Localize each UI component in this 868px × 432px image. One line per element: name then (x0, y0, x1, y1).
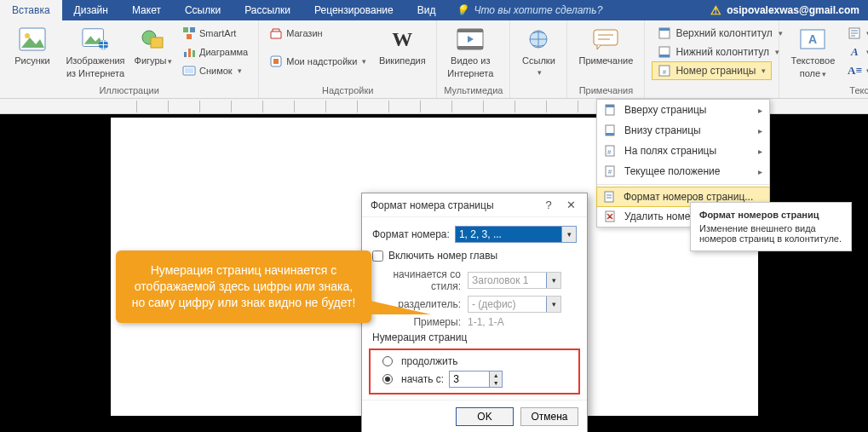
chart-icon (182, 45, 196, 59)
quick-parts-button[interactable]: ▾ (844, 24, 868, 43)
tab-review[interactable]: Рецензирование (302, 0, 405, 20)
chevron-right-icon: ▸ (758, 167, 762, 176)
header-button[interactable]: Верхний колонтитул▾ (652, 24, 772, 43)
include-chapter-label: Включить номер главы (388, 250, 497, 262)
group-label: Иллюстрации (7, 84, 251, 96)
spin-up[interactable]: ▲ (490, 372, 502, 379)
dropcap-icon: A≡ (848, 64, 861, 78)
chevron-down-icon: ▾ (362, 57, 366, 66)
picture-icon (19, 26, 46, 53)
chevron-down-icon: ▾ (822, 70, 826, 78)
video-icon (457, 26, 484, 53)
continue-label: продолжить (401, 355, 457, 367)
remove-icon (602, 209, 618, 224)
tab-insert[interactable]: Вставка (0, 0, 62, 20)
addins-icon (269, 55, 283, 68)
warning-icon: ⚠ (710, 3, 721, 17)
svg-rect-5 (151, 37, 163, 48)
group-label: Текст (786, 84, 868, 96)
menu-current-position[interactable]: # Текущее положение▸ (597, 161, 769, 181)
links-button[interactable]: Ссылки ▾ (517, 24, 560, 84)
my-addins-button[interactable]: Мои надстройки▾ (266, 43, 370, 80)
start-at-spinner[interactable]: ▲▼ (449, 371, 503, 388)
menu-top-of-page[interactable]: Вверху страницы▸ (597, 100, 769, 120)
online-pictures-button[interactable]: Изображения из Интернета (63, 24, 128, 84)
annotation-callout: Нумерация страниц начинается с отображае… (116, 251, 371, 323)
tell-me-search[interactable]: 💡 Что вы хотите сделать? (447, 0, 611, 20)
svg-rect-36 (606, 133, 614, 135)
current-position-icon: # (602, 164, 618, 179)
page-top-icon (602, 102, 618, 118)
svg-rect-41 (605, 192, 613, 202)
svg-rect-22 (659, 28, 670, 31)
tab-references[interactable]: Ссылки (173, 0, 233, 20)
group-label (517, 84, 560, 96)
wikipedia-button[interactable]: W Википедия (375, 24, 429, 84)
online-video-button[interactable]: Видео из Интернета (444, 24, 497, 84)
chevron-down-icon: ▾ (775, 48, 779, 56)
header-icon (658, 26, 671, 40)
group-label: Примечания (574, 84, 637, 96)
menu-bottom-of-page[interactable]: Внизу страницы▸ (597, 120, 769, 141)
separator-combo: - (дефис)▾ (468, 296, 561, 313)
svg-rect-7 (190, 27, 195, 32)
radio-start-at[interactable] (382, 374, 393, 384)
smartart-icon (182, 26, 196, 40)
chevron-down-icon: ▾ (168, 57, 172, 66)
screenshot-button[interactable]: Снимок▾ (179, 61, 251, 80)
tooltip-title: Формат номеров страниц (699, 210, 842, 220)
store-button[interactable]: Магазин (266, 24, 370, 43)
close-button[interactable]: ✕ (560, 199, 582, 211)
chevron-right-icon: ▸ (758, 106, 762, 115)
tooltip-format-page-numbers: Формат номеров страниц Изменение внешнег… (690, 202, 852, 251)
pictures-button[interactable]: Рисунки (7, 24, 58, 84)
spin-down[interactable]: ▼ (490, 379, 502, 387)
svg-rect-24 (659, 55, 670, 57)
footer-button[interactable]: Нижний колонтитул▾ (652, 43, 772, 61)
group-label: Мультимедиа (444, 84, 503, 96)
tab-design[interactable]: Дизайн (62, 0, 120, 20)
examples-value: 1-1, 1-A (468, 316, 504, 328)
chevron-down-icon: ▾ (762, 66, 766, 75)
numbering-section-title: Нумерация страниц (372, 331, 577, 343)
svg-rect-20 (594, 30, 618, 45)
help-button[interactable]: ? (537, 199, 560, 211)
group-label (652, 84, 772, 96)
group-illustrations: Рисунки Изображения из Интернета Фигуры▾ (0, 20, 259, 98)
dropcap-button[interactable]: A≡▾ (844, 61, 868, 80)
svg-rect-15 (273, 59, 279, 64)
dialog-title: Формат номера страницы (371, 199, 537, 211)
textbox-button[interactable]: A Текстовое поле▾ (786, 24, 839, 84)
wordart-button[interactable]: A▾ (844, 43, 868, 61)
textbox-icon: A (799, 26, 826, 53)
radio-continue[interactable] (382, 356, 393, 366)
svg-rect-10 (188, 49, 191, 57)
group-label: Надстройки (266, 84, 429, 96)
cancel-button[interactable]: Отмена (520, 407, 578, 426)
tab-view[interactable]: Вид (405, 0, 448, 20)
tooltip-body: Изменение внешнего вида номеров страниц … (699, 223, 842, 244)
menu-page-margins[interactable]: # На полях страницы▸ (597, 141, 769, 161)
starts-style-label: начинается со стиля: (384, 268, 461, 292)
account-label[interactable]: ⚠ osipovalexwas@gmail.com (710, 0, 868, 20)
svg-rect-13 (185, 68, 193, 73)
smartart-button[interactable]: SmartArt (179, 24, 251, 43)
starts-style-combo: Заголовок 1▾ (468, 272, 561, 289)
page-margins-icon: # (602, 143, 618, 158)
comment-button[interactable]: Примечание (574, 24, 637, 84)
include-chapter-checkbox[interactable] (372, 251, 383, 262)
ok-button[interactable]: OK (456, 407, 514, 426)
chart-button[interactable]: Диаграмма (179, 43, 251, 61)
page-number-button[interactable]: # Номер страницы▾ (652, 61, 772, 80)
shapes-button[interactable]: Фигуры▾ (133, 24, 174, 84)
tab-layout[interactable]: Макет (120, 0, 173, 20)
tell-me-placeholder: Что вы хотите сделать? (474, 4, 602, 16)
wordart-icon: A (848, 45, 861, 59)
format-icon (601, 189, 617, 204)
svg-rect-17 (457, 29, 483, 32)
start-at-input[interactable] (450, 372, 489, 387)
number-format-combo[interactable]: 1, 2, 3, ... ▾ (455, 226, 577, 243)
tab-mailings[interactable]: Рассылки (233, 0, 302, 20)
comment-icon (592, 26, 619, 53)
quick-parts-icon (848, 26, 861, 40)
